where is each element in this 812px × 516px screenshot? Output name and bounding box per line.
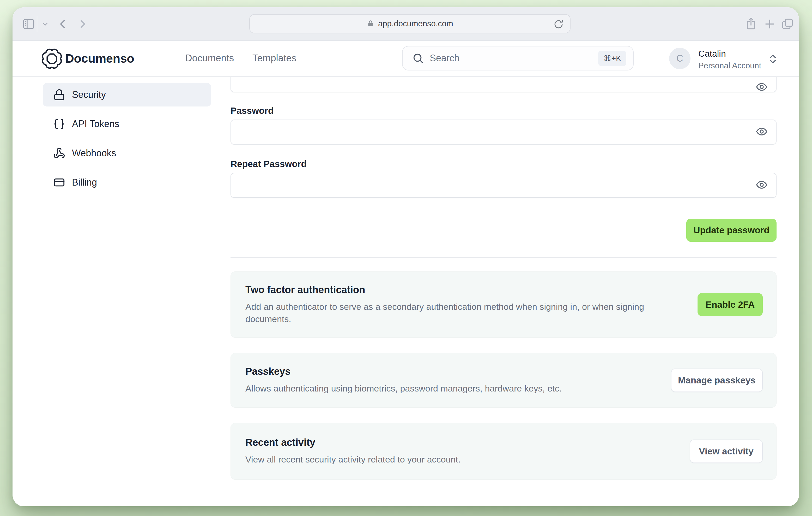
- passkeys-section: Passkeys Allows authenticating using bio…: [231, 353, 777, 408]
- share-icon[interactable]: [744, 17, 758, 31]
- current-password-field[interactable]: [231, 77, 777, 92]
- url-text: app.documenso.com: [378, 19, 453, 28]
- password-input[interactable]: [231, 120, 776, 144]
- recent-activity-title: Recent activity: [245, 437, 673, 448]
- sidebar-item-label: API Tokens: [72, 118, 119, 130]
- recent-activity-text: Recent activity View all recent security…: [245, 437, 673, 466]
- two-factor-section: Two factor authentication Add an authent…: [231, 271, 777, 338]
- sidebar-menu-chevron-icon[interactable]: [41, 20, 49, 28]
- sidebar-item-webhooks[interactable]: Webhooks: [43, 141, 211, 165]
- nav-documents[interactable]: Documents: [185, 53, 234, 64]
- back-button-icon[interactable]: [56, 17, 70, 31]
- credit-card-icon: [53, 176, 65, 188]
- recent-activity-section: Recent activity View all recent security…: [231, 423, 777, 480]
- app-page: Documenso Documents Templates Search ⌘+K…: [12, 41, 799, 506]
- brand-name[interactable]: Documenso: [65, 51, 134, 65]
- recent-activity-description: View all recent security activity relate…: [245, 453, 673, 466]
- two-factor-description: Add an authenticator to serve as a secon…: [245, 301, 673, 325]
- toolbar-divider: [37, 16, 37, 32]
- lock-icon: [53, 89, 65, 101]
- passkeys-text: Passkeys Allows authenticating using bio…: [245, 366, 671, 395]
- account-name[interactable]: Catalin: [698, 49, 726, 59]
- eye-icon[interactable]: [756, 126, 768, 139]
- sidebar-item-label: Security: [72, 89, 106, 100]
- section-divider: [231, 257, 777, 258]
- eye-icon[interactable]: [756, 81, 768, 94]
- app-header: Documenso Documents Templates Search ⌘+K…: [12, 41, 799, 77]
- repeat-password-field[interactable]: [231, 173, 777, 198]
- sidebar-item-billing[interactable]: Billing: [43, 171, 211, 194]
- settings-sidebar: Security API Tokens Webhooks Billing: [43, 83, 211, 200]
- search-placeholder: Search: [430, 53, 598, 64]
- repeat-password-label: Repeat Password: [231, 159, 307, 169]
- password-field[interactable]: [231, 119, 777, 144]
- search-icon: [412, 52, 424, 64]
- sidebar-item-api-tokens[interactable]: API Tokens: [43, 112, 211, 136]
- search-input[interactable]: Search ⌘+K: [402, 46, 634, 71]
- passkeys-title: Passkeys: [245, 366, 671, 377]
- sidebar-toggle-icon[interactable]: [22, 17, 35, 31]
- enable-2fa-button[interactable]: Enable 2FA: [698, 293, 763, 316]
- new-tab-icon[interactable]: [763, 17, 777, 31]
- two-factor-title: Two factor authentication: [245, 284, 673, 295]
- webhook-icon: [53, 147, 65, 159]
- reload-icon[interactable]: [553, 19, 564, 30]
- account-switcher-chevrons-icon[interactable]: [767, 53, 779, 66]
- forward-button-icon[interactable]: [76, 17, 89, 31]
- avatar[interactable]: C: [669, 48, 691, 69]
- repeat-password-input[interactable]: [231, 173, 776, 197]
- sidebar-item-label: Webhooks: [72, 148, 116, 159]
- nav-templates[interactable]: Templates: [253, 53, 296, 64]
- passkeys-description: Allows authenticating using biometrics, …: [245, 382, 671, 395]
- account-type: Personal Account: [698, 61, 761, 71]
- eye-icon[interactable]: [756, 179, 768, 192]
- documenso-logo-icon[interactable]: [42, 49, 62, 70]
- address-bar[interactable]: app.documenso.com: [249, 14, 571, 33]
- browser-window: app.documenso.com Documenso Docum: [12, 7, 799, 506]
- braces-icon: [53, 118, 65, 130]
- tls-lock-icon: [367, 19, 374, 28]
- tab-overview-icon[interactable]: [781, 17, 794, 31]
- sidebar-item-security[interactable]: Security: [43, 83, 211, 107]
- manage-passkeys-button[interactable]: Manage passkeys: [671, 369, 763, 392]
- search-shortcut-badge: ⌘+K: [598, 51, 626, 66]
- avatar-initial: C: [676, 53, 683, 64]
- sidebar-item-label: Billing: [72, 177, 97, 188]
- view-activity-button[interactable]: View activity: [690, 439, 763, 463]
- two-factor-text: Two factor authentication Add an authent…: [245, 284, 673, 325]
- update-password-button[interactable]: Update password: [686, 219, 777, 242]
- password-label: Password: [231, 105, 273, 116]
- browser-toolbar: app.documenso.com: [12, 7, 799, 41]
